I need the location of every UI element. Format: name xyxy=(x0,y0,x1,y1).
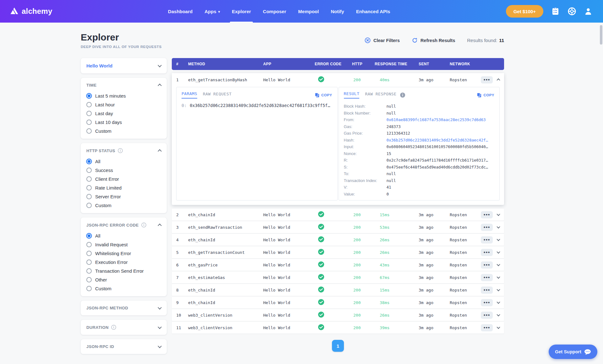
nav-item[interactable]: Mempool ▾ xyxy=(294,0,323,23)
table-row[interactable]: 4 eth_chainId Hello World 200 26ms 3m ag… xyxy=(172,234,504,246)
refresh-results-button[interactable]: Refresh Results xyxy=(412,37,455,43)
radio-option[interactable]: Last 10 days xyxy=(86,120,161,125)
row-menu-button[interactable]: ●●● xyxy=(481,76,493,83)
chevron-down-icon[interactable] xyxy=(497,313,500,316)
row-menu-button[interactable]: ●●● xyxy=(481,224,493,231)
radio-option[interactable]: Custom xyxy=(86,286,161,291)
table-row[interactable]: 3 eth_sendRawTransaction Hello World 200… xyxy=(172,221,504,233)
radio-option[interactable]: Client Error xyxy=(86,176,161,182)
table-row[interactable]: 8 eth_chainId Hello World 200 15ms 3m ag… xyxy=(172,284,504,296)
nav-item[interactable]: Explorer ▾ xyxy=(228,0,255,23)
tab-result[interactable]: RESULT xyxy=(344,91,360,99)
row-network: Ropsten xyxy=(450,288,478,292)
chevron-down-icon[interactable] xyxy=(497,250,500,254)
radio-option[interactable]: Transaction Send Error xyxy=(86,268,161,274)
table-row[interactable]: 7 eth_estimateGas Hello World 200 67ms 3… xyxy=(172,271,504,283)
radio-option[interactable]: Custom xyxy=(86,128,161,134)
get-credit-button[interactable]: Get $100+ xyxy=(506,5,543,18)
row-menu-button[interactable]: ●●● xyxy=(481,286,493,294)
jsonrpc-method-filter-header[interactable]: JSON-RPC METHOD xyxy=(81,301,167,315)
clear-filters-button[interactable]: Clear Filters xyxy=(365,37,400,43)
success-check-icon xyxy=(318,261,324,268)
row-response-time: 15ms xyxy=(375,212,419,217)
radio-option[interactable]: Execution Error xyxy=(86,260,161,265)
radio-option[interactable]: Success xyxy=(86,168,161,173)
get-support-button[interactable]: Get Support xyxy=(549,345,597,359)
tab-raw-response[interactable]: RAW RESPONSE xyxy=(365,92,396,98)
row-menu-button[interactable]: ●●● xyxy=(481,312,493,319)
jsonrpc-error-filter-header[interactable]: JSON-RPC ERROR CODE xyxy=(81,217,167,233)
chevron-down-icon[interactable] xyxy=(497,225,500,228)
copy-response-button[interactable]: COPY xyxy=(477,93,494,98)
table-row[interactable]: 2 eth_chainId Hello World 200 15ms 3m ag… xyxy=(172,209,504,221)
nav-item[interactable]: Enhanced APIs ▾ xyxy=(352,0,394,23)
radio-icon xyxy=(86,251,92,256)
nav-item[interactable]: Notify ▾ xyxy=(327,0,348,23)
row-menu-button[interactable]: ●●● xyxy=(481,274,493,281)
row-menu-button[interactable]: ●●● xyxy=(481,236,493,244)
row-menu-button[interactable]: ●●● xyxy=(481,324,493,331)
help-ring-icon[interactable] xyxy=(568,7,576,15)
chevron-down-icon xyxy=(158,325,162,329)
table-row[interactable]: 5 eth_getTransactionCount Hello World 20… xyxy=(172,246,504,258)
nav-item-label: Mempool xyxy=(298,9,319,14)
time-filter-header[interactable]: TIME xyxy=(81,78,167,93)
radio-icon xyxy=(86,260,92,265)
row-app: Hello World xyxy=(263,275,315,280)
table-row[interactable]: 11 web3_clientVersion Hello World 200 39… xyxy=(172,322,504,334)
chevron-down-icon[interactable] xyxy=(497,275,500,279)
chevron-down-icon[interactable] xyxy=(497,263,500,266)
result-field: R: 0x2c7c9defa82475a4f11784d16ffffcb6171… xyxy=(344,157,495,164)
table-row[interactable]: 10 web3_clientVersion Hello World 200 26… xyxy=(172,309,504,321)
radio-option[interactable]: Other xyxy=(86,277,161,282)
result-field: Nonce: 15 xyxy=(344,150,495,157)
app-filter-select[interactable]: Hello World xyxy=(81,58,167,73)
chevron-down-icon[interactable] xyxy=(497,288,500,291)
radio-option[interactable]: Last hour xyxy=(86,102,161,107)
nav-item[interactable]: Composer ▾ xyxy=(259,0,290,23)
scrollbar[interactable] xyxy=(600,25,602,45)
main-nav: Dashboard ▾ Apps ▾ Explorer ▾ Composer ▾… xyxy=(164,0,394,23)
table-row[interactable]: 9 eth_chainId Hello World 200 38ms 3m ag… xyxy=(172,297,504,308)
chevron-down-icon[interactable] xyxy=(497,238,500,241)
nav-item[interactable]: Apps ▾ xyxy=(201,0,224,23)
radio-icon xyxy=(86,233,92,238)
tab-params[interactable]: PARAMS xyxy=(182,91,197,99)
row-menu-button[interactable]: ●●● xyxy=(481,261,493,269)
nav-item[interactable]: Dashboard ▾ xyxy=(164,0,196,23)
tab-raw-request[interactable]: RAW REQUEST xyxy=(203,92,232,98)
radio-option[interactable]: Last day xyxy=(86,111,161,116)
radio-option[interactable]: All xyxy=(86,233,161,238)
page-titles: Explorer DEEP DIVE INTO ALL OF YOUR REQU… xyxy=(81,32,162,49)
radio-option[interactable]: Invalid Request xyxy=(86,242,161,247)
row-response-time: 38ms xyxy=(375,300,419,305)
chevron-up-icon[interactable] xyxy=(497,78,500,82)
top-navbar: alchemy Dashboard ▾ Apps ▾ Explorer ▾ Co… xyxy=(0,0,603,23)
radio-option[interactable]: Rate Limited xyxy=(86,185,161,190)
jsonrpc-id-filter-header[interactable]: JSON-RPC ID xyxy=(81,339,167,354)
radio-option[interactable]: Last 5 minutes xyxy=(86,93,161,99)
chevron-down-icon xyxy=(158,63,162,67)
copy-request-button[interactable]: COPY xyxy=(315,93,332,98)
table-row[interactable]: 1 eth_getTransactionByHash Hello World 2… xyxy=(172,73,504,86)
table-row[interactable]: 6 eth_gasPrice Hello World 200 43ms 3m a… xyxy=(172,259,504,271)
page-1-button[interactable]: 1 xyxy=(332,340,344,352)
chevron-down-icon[interactable] xyxy=(497,325,500,329)
radio-option[interactable]: All xyxy=(86,159,161,164)
row-menu-button[interactable]: ●●● xyxy=(481,299,493,306)
row-method: eth_getTransactionCount xyxy=(188,250,263,255)
user-icon[interactable] xyxy=(584,7,592,15)
http-status-filter-header[interactable]: HTTP STATUS xyxy=(81,143,167,158)
row-menu-button[interactable]: ●●● xyxy=(481,211,493,218)
chevron-down-icon[interactable] xyxy=(497,212,500,216)
billing-icon[interactable] xyxy=(551,7,560,15)
radio-option[interactable]: Custom xyxy=(86,203,161,208)
duration-filter-header[interactable]: DURATION xyxy=(81,320,167,335)
row-number: 8 xyxy=(176,288,188,292)
chevron-down-icon[interactable] xyxy=(497,300,500,304)
radio-option[interactable]: Server Error xyxy=(86,194,161,199)
refresh-icon xyxy=(412,37,418,43)
row-menu-button[interactable]: ●●● xyxy=(481,249,493,256)
radio-option[interactable]: Whitelisting Error xyxy=(86,251,161,256)
brand[interactable]: alchemy xyxy=(10,0,52,23)
